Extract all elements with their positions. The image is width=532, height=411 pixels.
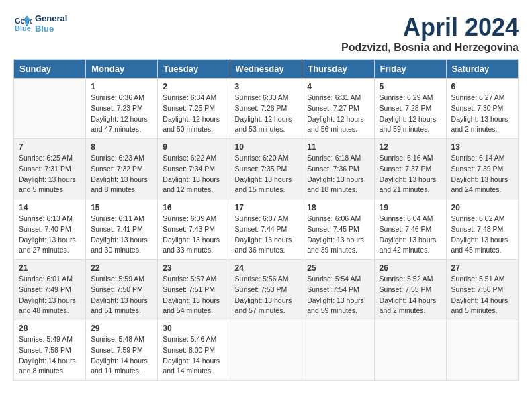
day-info: Sunrise: 5:56 AM Sunset: 7:53 PM Dayligh… bbox=[235, 274, 298, 316]
day-info: Sunrise: 6:25 AM Sunset: 7:31 PM Dayligh… bbox=[19, 153, 81, 195]
day-number: 25 bbox=[307, 263, 369, 273]
calendar-day-cell: 23Sunrise: 5:57 AM Sunset: 7:51 PM Dayli… bbox=[158, 260, 230, 320]
calendar-day-cell: 16Sunrise: 6:09 AM Sunset: 7:43 PM Dayli… bbox=[158, 199, 230, 260]
calendar-day-cell: 18Sunrise: 6:06 AM Sunset: 7:45 PM Dayli… bbox=[302, 199, 374, 260]
day-number: 4 bbox=[307, 82, 369, 91]
day-info: Sunrise: 6:34 AM Sunset: 7:25 PM Dayligh… bbox=[163, 93, 224, 135]
calendar-day-cell: 4Sunrise: 6:31 AM Sunset: 7:27 PM Daylig… bbox=[302, 79, 374, 139]
day-number: 18 bbox=[307, 203, 369, 212]
day-info: Sunrise: 6:06 AM Sunset: 7:45 PM Dayligh… bbox=[307, 214, 369, 256]
calendar-day-cell: 13Sunrise: 6:14 AM Sunset: 7:39 PM Dayli… bbox=[446, 139, 518, 199]
calendar-header-row: SundayMondayTuesdayWednesdayThursdayFrid… bbox=[14, 60, 519, 79]
logo: General Blue General Blue bbox=[13, 13, 67, 34]
day-info: Sunrise: 6:16 AM Sunset: 7:37 PM Dayligh… bbox=[380, 153, 441, 195]
day-info: Sunrise: 5:51 AM Sunset: 7:56 PM Dayligh… bbox=[451, 274, 513, 316]
day-info: Sunrise: 6:04 AM Sunset: 7:46 PM Dayligh… bbox=[380, 214, 441, 256]
calendar-day-cell: 15Sunrise: 6:11 AM Sunset: 7:41 PM Dayli… bbox=[86, 199, 158, 260]
day-info: Sunrise: 5:48 AM Sunset: 7:59 PM Dayligh… bbox=[91, 334, 152, 377]
calendar-week-row: 7Sunrise: 6:25 AM Sunset: 7:31 PM Daylig… bbox=[14, 139, 519, 199]
calendar-day-cell bbox=[14, 79, 86, 139]
day-number: 11 bbox=[307, 142, 369, 152]
calendar-day-cell: 30Sunrise: 5:46 AM Sunset: 8:00 PM Dayli… bbox=[158, 320, 230, 381]
weekday-header: Friday bbox=[374, 60, 446, 79]
day-info: Sunrise: 6:18 AM Sunset: 7:36 PM Dayligh… bbox=[307, 153, 369, 195]
day-info: Sunrise: 6:36 AM Sunset: 7:23 PM Dayligh… bbox=[91, 93, 152, 135]
calendar-day-cell bbox=[446, 320, 518, 381]
calendar-day-cell bbox=[374, 320, 446, 381]
weekday-header: Wednesday bbox=[230, 60, 302, 79]
weekday-header: Tuesday bbox=[158, 60, 230, 79]
calendar-day-cell: 24Sunrise: 5:56 AM Sunset: 7:53 PM Dayli… bbox=[230, 260, 302, 320]
day-number: 3 bbox=[235, 82, 298, 91]
day-number: 15 bbox=[91, 203, 152, 212]
day-info: Sunrise: 6:31 AM Sunset: 7:27 PM Dayligh… bbox=[307, 93, 369, 135]
day-number: 9 bbox=[163, 142, 224, 152]
day-number: 14 bbox=[19, 203, 81, 212]
day-number: 6 bbox=[451, 82, 513, 91]
day-number: 16 bbox=[163, 203, 224, 212]
calendar-day-cell: 6Sunrise: 6:27 AM Sunset: 7:30 PM Daylig… bbox=[446, 79, 518, 139]
calendar-day-cell: 20Sunrise: 6:02 AM Sunset: 7:48 PM Dayli… bbox=[446, 199, 518, 260]
day-info: Sunrise: 5:49 AM Sunset: 7:58 PM Dayligh… bbox=[19, 334, 81, 377]
calendar-day-cell bbox=[302, 320, 374, 381]
day-info: Sunrise: 5:57 AM Sunset: 7:51 PM Dayligh… bbox=[163, 274, 224, 316]
month-title: April 2024 bbox=[341, 13, 519, 42]
calendar-week-row: 28Sunrise: 5:49 AM Sunset: 7:58 PM Dayli… bbox=[14, 320, 519, 381]
weekday-header: Sunday bbox=[14, 60, 86, 79]
calendar-day-cell: 2Sunrise: 6:34 AM Sunset: 7:25 PM Daylig… bbox=[158, 79, 230, 139]
day-number: 20 bbox=[451, 203, 513, 212]
day-number: 21 bbox=[19, 263, 81, 273]
day-info: Sunrise: 6:14 AM Sunset: 7:39 PM Dayligh… bbox=[451, 153, 513, 195]
calendar-week-row: 14Sunrise: 6:13 AM Sunset: 7:40 PM Dayli… bbox=[14, 199, 519, 260]
calendar-day-cell: 11Sunrise: 6:18 AM Sunset: 7:36 PM Dayli… bbox=[302, 139, 374, 199]
calendar-day-cell: 14Sunrise: 6:13 AM Sunset: 7:40 PM Dayli… bbox=[14, 199, 86, 260]
calendar-week-row: 1Sunrise: 6:36 AM Sunset: 7:23 PM Daylig… bbox=[14, 79, 519, 139]
calendar-day-cell: 21Sunrise: 6:01 AM Sunset: 7:49 PM Dayli… bbox=[14, 260, 86, 320]
day-info: Sunrise: 6:23 AM Sunset: 7:32 PM Dayligh… bbox=[91, 153, 152, 195]
day-number: 29 bbox=[91, 324, 152, 333]
day-info: Sunrise: 6:01 AM Sunset: 7:49 PM Dayligh… bbox=[19, 274, 81, 316]
calendar-day-cell: 22Sunrise: 5:59 AM Sunset: 7:50 PM Dayli… bbox=[86, 260, 158, 320]
day-info: Sunrise: 5:59 AM Sunset: 7:50 PM Dayligh… bbox=[91, 274, 152, 316]
day-info: Sunrise: 6:13 AM Sunset: 7:40 PM Dayligh… bbox=[19, 214, 81, 256]
calendar-day-cell: 28Sunrise: 5:49 AM Sunset: 7:58 PM Dayli… bbox=[14, 320, 86, 381]
calendar-day-cell: 5Sunrise: 6:29 AM Sunset: 7:28 PM Daylig… bbox=[374, 79, 446, 139]
day-number: 10 bbox=[235, 142, 298, 152]
day-info: Sunrise: 5:46 AM Sunset: 8:00 PM Dayligh… bbox=[163, 334, 224, 377]
logo-icon: General Blue bbox=[13, 14, 32, 33]
weekday-header: Saturday bbox=[446, 60, 518, 79]
day-number: 13 bbox=[451, 142, 513, 152]
calendar-day-cell: 29Sunrise: 5:48 AM Sunset: 7:59 PM Dayli… bbox=[86, 320, 158, 381]
weekday-header: Thursday bbox=[302, 60, 374, 79]
day-number: 8 bbox=[91, 142, 152, 152]
calendar-day-cell: 26Sunrise: 5:52 AM Sunset: 7:55 PM Dayli… bbox=[374, 260, 446, 320]
calendar-day-cell: 9Sunrise: 6:22 AM Sunset: 7:34 PM Daylig… bbox=[158, 139, 230, 199]
day-number: 22 bbox=[91, 263, 152, 273]
day-info: Sunrise: 6:22 AM Sunset: 7:34 PM Dayligh… bbox=[163, 153, 224, 195]
day-number: 1 bbox=[91, 82, 152, 91]
day-number: 24 bbox=[235, 263, 298, 273]
title-section: April 2024 Podzvizd, Bosnia and Herzegov… bbox=[341, 13, 519, 54]
day-number: 12 bbox=[380, 142, 441, 152]
calendar-day-cell: 1Sunrise: 6:36 AM Sunset: 7:23 PM Daylig… bbox=[86, 79, 158, 139]
calendar-day-cell: 25Sunrise: 5:54 AM Sunset: 7:54 PM Dayli… bbox=[302, 260, 374, 320]
day-number: 28 bbox=[19, 324, 81, 333]
day-info: Sunrise: 6:09 AM Sunset: 7:43 PM Dayligh… bbox=[163, 214, 224, 256]
logo-line2: Blue bbox=[35, 24, 67, 34]
calendar-day-cell bbox=[230, 320, 302, 381]
calendar-day-cell: 7Sunrise: 6:25 AM Sunset: 7:31 PM Daylig… bbox=[14, 139, 86, 199]
day-number: 17 bbox=[235, 203, 298, 212]
day-info: Sunrise: 6:27 AM Sunset: 7:30 PM Dayligh… bbox=[451, 93, 513, 135]
svg-text:Blue: Blue bbox=[15, 24, 31, 32]
day-number: 26 bbox=[380, 263, 441, 273]
calendar-day-cell: 3Sunrise: 6:33 AM Sunset: 7:26 PM Daylig… bbox=[230, 79, 302, 139]
calendar-table: SundayMondayTuesdayWednesdayThursdayFrid… bbox=[13, 59, 519, 381]
calendar-day-cell: 27Sunrise: 5:51 AM Sunset: 7:56 PM Dayli… bbox=[446, 260, 518, 320]
day-info: Sunrise: 6:02 AM Sunset: 7:48 PM Dayligh… bbox=[451, 214, 513, 256]
day-number: 23 bbox=[163, 263, 224, 273]
day-number: 2 bbox=[163, 82, 224, 91]
calendar-day-cell: 8Sunrise: 6:23 AM Sunset: 7:32 PM Daylig… bbox=[86, 139, 158, 199]
calendar-day-cell: 12Sunrise: 6:16 AM Sunset: 7:37 PM Dayli… bbox=[374, 139, 446, 199]
day-info: Sunrise: 6:07 AM Sunset: 7:44 PM Dayligh… bbox=[235, 214, 298, 256]
calendar-day-cell: 19Sunrise: 6:04 AM Sunset: 7:46 PM Dayli… bbox=[374, 199, 446, 260]
